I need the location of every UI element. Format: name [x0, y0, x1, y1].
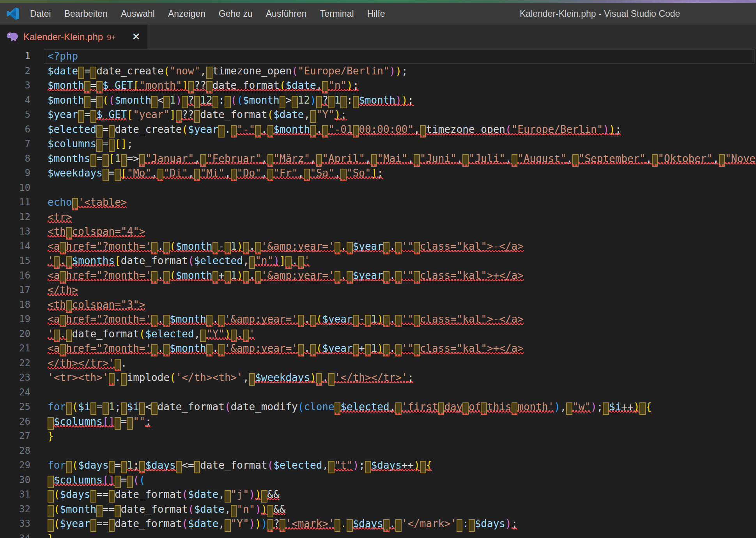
- code-editor[interactable]: 1<?php2$date = date_create("now", timezo…: [0, 49, 756, 538]
- code-line[interactable]: 28: [0, 444, 756, 459]
- code-line-text: <a href="?month=' . $month . '&amp;year=…: [48, 341, 524, 356]
- code-line[interactable]: 22</th></tr>' .: [0, 356, 756, 371]
- nbsp-highlight-box: [200, 154, 206, 167]
- nbsp-highlight-box: [109, 461, 115, 473]
- code-line[interactable]: 29for ($days = 1; $days <= date_format($…: [0, 458, 756, 473]
- line-number[interactable]: 27: [0, 429, 30, 444]
- line-number[interactable]: 22: [0, 356, 30, 371]
- line-number[interactable]: 11: [0, 195, 30, 210]
- code-line[interactable]: 3$month = $_GET["month"] ?? date_format(…: [0, 78, 756, 93]
- line-number[interactable]: 30: [0, 473, 30, 488]
- line-number[interactable]: 31: [0, 487, 30, 502]
- menu-item-ausf-hren[interactable]: Ausführen: [259, 3, 313, 25]
- code-line[interactable]: 1<?php: [0, 49, 756, 64]
- menu-item-anzeigen[interactable]: Anzeigen: [161, 3, 212, 25]
- line-number[interactable]: 33: [0, 517, 30, 531]
- code-line[interactable]: 9$weekdays = ["Mo", "Di", "Mi", "Do", "F…: [0, 166, 756, 181]
- code-line[interactable]: 24: [0, 385, 756, 400]
- line-number[interactable]: 7: [0, 137, 30, 152]
- menu-item-datei[interactable]: Datei: [23, 3, 58, 25]
- line-number[interactable]: 10: [0, 181, 30, 196]
- nbsp-highlight-box: [414, 242, 420, 254]
- code-line-text: $columns = [];: [48, 137, 133, 152]
- line-number[interactable]: 26: [0, 415, 30, 429]
- code-line[interactable]: 16<a href="?month=' . ($month + 1) . '&a…: [0, 268, 756, 283]
- code-line[interactable]: 23'<tr><th>' . implode('</th><th>', $wee…: [0, 370, 756, 385]
- menu-item-bearbeiten[interactable]: Bearbeiten: [58, 3, 114, 25]
- code-line-text: ' . date_format($elected, "Y") . ': [48, 327, 255, 342]
- line-number[interactable]: 34: [0, 531, 30, 538]
- code-line[interactable]: 12<tr>: [0, 210, 756, 225]
- code-line[interactable]: 32 ($month == date_format($date, "n")) &…: [0, 502, 756, 517]
- code-line[interactable]: 19<a href="?month=' . $month . '&amp;yea…: [0, 312, 756, 327]
- code-line[interactable]: 27}: [0, 429, 756, 444]
- line-number[interactable]: 25: [0, 400, 30, 415]
- line-number[interactable]: 4: [0, 93, 30, 108]
- menu-item-terminal[interactable]: Terminal: [313, 3, 361, 25]
- code-line-text: </th></tr>' .: [48, 356, 127, 371]
- line-number[interactable]: 24: [0, 385, 30, 400]
- line-number[interactable]: 21: [0, 341, 30, 356]
- line-number[interactable]: 6: [0, 122, 30, 137]
- code-line[interactable]: 4$month = (($month < 1) ? 12 : (($month …: [0, 93, 756, 108]
- tab-kalender-klein-php[interactable]: Kalender-Klein.php 9+ ✕: [0, 25, 147, 49]
- nbsp-highlight-box: [420, 125, 426, 138]
- nbsp-highlight-box: [322, 125, 328, 138]
- code-line[interactable]: 34}: [0, 531, 756, 538]
- line-number[interactable]: 5: [0, 108, 30, 122]
- line-number[interactable]: 8: [0, 152, 30, 166]
- line-number[interactable]: 32: [0, 502, 30, 517]
- nbsp-highlight-box: [267, 169, 274, 181]
- line-number[interactable]: 2: [0, 64, 30, 79]
- menu-item-gehe-zu[interactable]: Gehe zu: [212, 3, 259, 25]
- code-line[interactable]: 8$months = [1 => "Januar", "Februar", "M…: [0, 152, 756, 166]
- line-number[interactable]: 14: [0, 239, 30, 254]
- code-line[interactable]: 11echo '<table>: [0, 195, 756, 210]
- line-number[interactable]: 15: [0, 254, 30, 268]
- code-line[interactable]: 10: [0, 181, 756, 196]
- line-number[interactable]: 19: [0, 312, 30, 327]
- line-number[interactable]: 1: [0, 49, 30, 64]
- code-line[interactable]: 25for ($i = 1; $i < date_format(date_mod…: [0, 400, 756, 415]
- line-number[interactable]: 18: [0, 298, 30, 312]
- line-number[interactable]: 12: [0, 210, 30, 225]
- line-number[interactable]: 20: [0, 327, 30, 342]
- code-line[interactable]: 21<a href="?month=' . $month . '&amp;yea…: [0, 341, 756, 356]
- code-line[interactable]: 31 ($days == date_format($date, "j")) &&: [0, 487, 756, 502]
- line-number[interactable]: 9: [0, 166, 30, 181]
- line-number[interactable]: 16: [0, 268, 30, 283]
- code-line[interactable]: 26 $columns[] = "";: [0, 415, 756, 429]
- code-line-text: '<tr><th>' . implode('</th><th>', $weekd…: [48, 370, 414, 385]
- code-line-text: <a href="?month=' . ($month - 1) . '&amp…: [48, 239, 524, 254]
- code-line[interactable]: 20' . date_format($elected, "Y") . ': [0, 327, 756, 342]
- nbsp-highlight-box: [383, 344, 390, 356]
- nbsp-highlight-box: [90, 67, 97, 79]
- nbsp-highlight-box: [60, 315, 66, 327]
- code-line[interactable]: 30 $columns[] = ((: [0, 473, 756, 488]
- code-line[interactable]: 33 ($year == date_format($date, "Y"))) ?…: [0, 517, 756, 531]
- nbsp-highlight-box: [347, 242, 353, 254]
- code-line[interactable]: 17</th>: [0, 283, 756, 298]
- code-line[interactable]: 6$elected = date_create($year . "-" . $m…: [0, 122, 756, 137]
- line-number[interactable]: 23: [0, 370, 30, 385]
- code-line[interactable]: 14<a href="?month=' . ($month - 1) . '&a…: [0, 239, 756, 254]
- code-line[interactable]: 15' . $months[date_format($elected, "n")…: [0, 254, 756, 268]
- line-number[interactable]: 3: [0, 78, 30, 93]
- line-number[interactable]: 17: [0, 283, 30, 298]
- nbsp-highlight-box: [163, 271, 170, 284]
- line-number[interactable]: 29: [0, 458, 30, 473]
- code-line[interactable]: 2$date = date_create("now", timezone_ope…: [0, 64, 756, 79]
- code-line[interactable]: 7$columns = [];: [0, 137, 756, 152]
- code-line[interactable]: 13<th colspan="4">: [0, 224, 756, 239]
- menu-item-auswahl[interactable]: Auswahl: [114, 3, 161, 25]
- code-line-text: $elected = date_create($year . "-" . $mo…: [48, 122, 621, 137]
- line-number[interactable]: 28: [0, 444, 30, 459]
- nbsp-highlight-box: [151, 402, 158, 415]
- close-icon[interactable]: ✕: [130, 31, 142, 43]
- code-line[interactable]: 5$year = $_GET["year"] ?? date_format($d…: [0, 108, 756, 122]
- menu-item-hilfe[interactable]: Hilfe: [361, 3, 392, 25]
- code-line[interactable]: 18<th colspan="3">: [0, 298, 756, 312]
- line-number[interactable]: 13: [0, 224, 30, 239]
- nbsp-highlight-box: [231, 169, 237, 181]
- nbsp-highlight-box: [395, 402, 402, 415]
